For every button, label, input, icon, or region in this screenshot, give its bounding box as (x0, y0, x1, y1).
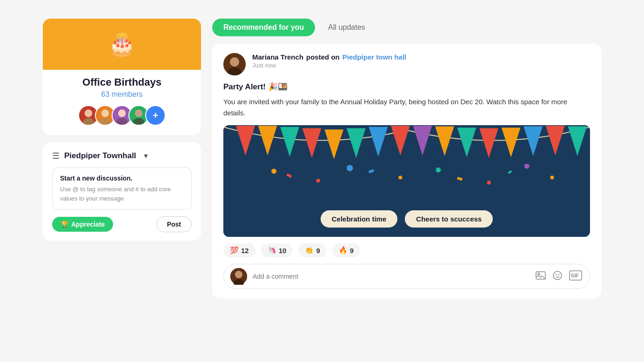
avatar-plus[interactable]: + (145, 105, 166, 126)
discussion-actions: 🏆 Appreciate Post (52, 216, 192, 232)
svg-marker-26 (479, 128, 498, 158)
comment-icons: GIF (535, 269, 583, 284)
svg-point-48 (553, 271, 562, 280)
reaction-unicorn[interactable]: 🦄 10 (261, 243, 293, 257)
post-author-avatar (223, 53, 246, 75)
comment-author-avatar (230, 268, 247, 285)
discussion-box[interactable]: Start a new discussion. Use @ to tag som… (52, 168, 192, 210)
svg-point-13 (230, 57, 239, 67)
reaction-fire[interactable]: 🔥 9 (332, 243, 360, 257)
reaction-clap[interactable]: 👏 9 (298, 243, 326, 257)
post-title: Party Alert! 🎉🍱 (223, 82, 590, 92)
svg-marker-15 (236, 126, 255, 155)
svg-point-4 (101, 109, 109, 117)
birthday-icon: 🎂 (108, 31, 136, 57)
appreciate-icon: 🏆 (60, 221, 68, 228)
member-avatars: + (78, 105, 166, 126)
post-time: Just now (252, 62, 406, 69)
post-image: Celebration time Cheers to scuccess (223, 125, 590, 237)
post-author-name: Mariana Trench (252, 53, 303, 61)
townhall-title: Piedpiper Townhall (64, 151, 136, 161)
svg-point-35 (436, 168, 441, 173)
reactions: 💯 12 🦄 10 👏 9 🔥 9 (223, 243, 590, 257)
post-author-line: Mariana Trench posted on Piedpiper town … (252, 53, 406, 61)
reaction-unicorn-count: 10 (279, 247, 287, 255)
post-posted-on: posted on (306, 53, 340, 61)
group-members: 63 members (101, 90, 143, 99)
svg-marker-19 (324, 129, 343, 159)
svg-marker-24 (435, 127, 454, 156)
svg-point-34 (398, 175, 402, 179)
svg-point-49 (556, 274, 557, 275)
svg-marker-28 (523, 127, 543, 156)
left-panel: 🎂 Office Birthdays 63 members + (43, 19, 201, 298)
appreciate-button[interactable]: 🏆 Appreciate (52, 217, 113, 232)
post-label: Post (167, 221, 181, 228)
reaction-100[interactable]: 💯 12 (223, 243, 255, 257)
post-button[interactable]: Post (156, 216, 192, 232)
post-body: You are invited with your family to the … (223, 96, 590, 119)
right-panel: Recommended for you All updates (212, 19, 601, 298)
tab-recommended[interactable]: Recommended for you (212, 19, 315, 36)
svg-marker-30 (568, 127, 587, 156)
comment-input[interactable] (253, 273, 529, 280)
svg-point-37 (524, 164, 530, 169)
group-name: Office Birthdays (82, 76, 161, 88)
svg-text:GIF: GIF (571, 273, 579, 278)
reaction-clap-emoji: 👏 (305, 246, 314, 255)
reaction-100-emoji: 💯 (230, 246, 239, 255)
image-action-buttons: Celebration time Cheers to scuccess (321, 210, 493, 228)
gif-icon[interactable]: GIF (568, 269, 583, 284)
celebration-time-button[interactable]: Celebration time (321, 210, 398, 228)
svg-point-36 (487, 181, 491, 184)
svg-rect-40 (369, 169, 374, 174)
image-attach-icon[interactable] (535, 269, 547, 284)
svg-marker-16 (258, 126, 277, 155)
post-meta: Mariana Trench posted on Piedpiper town … (252, 53, 406, 69)
svg-rect-41 (457, 177, 463, 181)
svg-point-47 (538, 273, 540, 275)
tab-all-updates[interactable]: All updates (321, 19, 372, 36)
svg-point-31 (271, 169, 276, 174)
reaction-clap-count: 9 (316, 247, 320, 255)
svg-marker-25 (457, 127, 476, 157)
reaction-100-count: 12 (241, 247, 249, 255)
svg-point-32 (316, 179, 320, 182)
post-header: Mariana Trench posted on Piedpiper town … (223, 53, 590, 75)
reaction-fire-emoji: 🔥 (339, 246, 348, 255)
svg-point-50 (558, 274, 559, 275)
svg-marker-18 (302, 128, 322, 158)
appreciate-label: Appreciate (71, 221, 105, 228)
post-space-link[interactable]: Piedpiper town hall (342, 53, 407, 61)
discussion-prompt-title: Start a new discussion. (60, 174, 184, 182)
svg-point-38 (550, 175, 554, 179)
svg-marker-17 (280, 127, 299, 157)
chevron-down-icon: ▼ (143, 152, 149, 160)
svg-marker-20 (347, 128, 366, 158)
reaction-fire-count: 9 (350, 247, 354, 255)
svg-rect-39 (286, 173, 292, 178)
menu-icon: ☰ (52, 151, 60, 161)
townhall-header: ☰ Piedpiper Townhall ▼ (52, 151, 192, 161)
svg-marker-21 (369, 127, 388, 157)
cheers-button[interactable]: Cheers to scuccess (405, 210, 493, 228)
banner-flags-svg (223, 125, 590, 186)
svg-point-33 (347, 165, 353, 171)
group-card: 🎂 Office Birthdays 63 members + (43, 19, 201, 135)
comment-bar[interactable]: GIF (223, 264, 590, 289)
svg-marker-27 (502, 127, 521, 157)
emoji-icon[interactable] (551, 269, 564, 284)
discussion-prompt-hint: Use @ to tag someone and # to add core v… (60, 185, 184, 203)
tabs: Recommended for you All updates (212, 19, 601, 36)
reaction-unicorn-emoji: 🦄 (268, 246, 276, 255)
group-banner: 🎂 (43, 19, 201, 70)
svg-point-44 (235, 271, 242, 278)
svg-point-7 (118, 109, 126, 117)
post-card: Mariana Trench posted on Piedpiper town … (212, 44, 601, 298)
svg-point-1 (85, 109, 92, 117)
svg-point-10 (135, 109, 142, 117)
svg-marker-29 (546, 126, 565, 155)
townhall-section: ☰ Piedpiper Townhall ▼ Start a new discu… (43, 142, 201, 241)
svg-marker-22 (391, 126, 410, 155)
svg-marker-23 (413, 126, 432, 155)
